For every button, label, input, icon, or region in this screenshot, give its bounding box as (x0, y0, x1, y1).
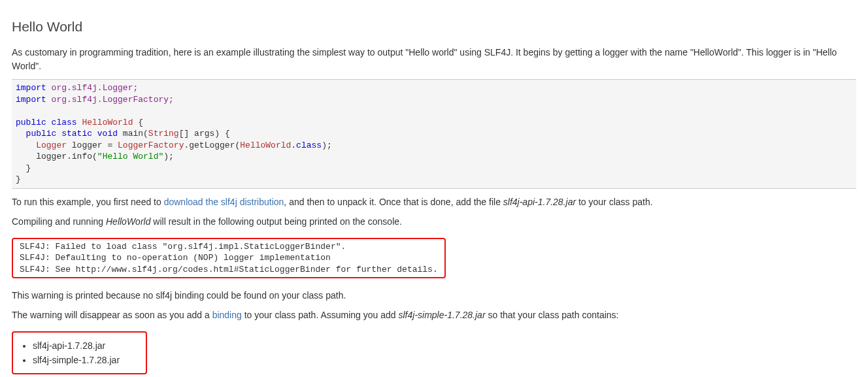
code-cls: HelloWorld (240, 140, 291, 150)
code-text: { (133, 118, 143, 127)
jar-list: slf4j-api-1.7.28.jar slf4j-simple-1.7.28… (33, 339, 120, 367)
code-kw: class (296, 140, 322, 150)
code-kw: import (16, 95, 46, 105)
code-text: .getLogger( (184, 140, 240, 150)
code-text: ( (143, 129, 148, 139)
binding-link[interactable]: binding (212, 310, 242, 320)
classname: HelloWorld (106, 216, 150, 227)
code-pkg: org.slf4j.LoggerFactory; (46, 95, 174, 105)
code-kw: public static void (16, 129, 123, 139)
console-output-warning: SLF4J: Failed to load class "org.slf4j.i… (12, 238, 446, 279)
download-link[interactable]: download the slf4j distribution (164, 197, 284, 207)
code-text: logger = (67, 140, 118, 150)
code-kw: import (16, 83, 46, 93)
text: To run this example, you first need to (12, 197, 164, 207)
code-text: main (123, 129, 143, 139)
text: so that your class path contains: (486, 310, 619, 320)
code-kw: public class (16, 118, 82, 127)
text: will result in the following output bein… (150, 216, 401, 227)
jar-name: slf4j-api-1.7.28.jar (503, 197, 576, 207)
warning-fix-paragraph: The warning will disappear as soon as yo… (12, 308, 856, 321)
code-block-helloworld: import org.slf4j.Logger; import org.slf4… (12, 79, 856, 189)
code-text: } (16, 163, 31, 173)
compile-paragraph-1: Compiling and running HelloWorld will re… (12, 215, 856, 228)
warning-reason: This warning is printed because no slf4j… (12, 289, 856, 302)
code-text: [] args) { (179, 129, 230, 139)
list-item: slf4j-api-1.7.28.jar (33, 339, 120, 352)
code-cls: LoggerFactory (118, 140, 184, 150)
section-title-hello-world: Hello World (12, 17, 856, 37)
text: to your class path. (576, 197, 653, 207)
code-cls: String (148, 129, 179, 139)
code-text: } (16, 174, 21, 184)
text: to your class path. Assuming you add (242, 310, 399, 320)
text: The warning will disappear as soon as yo… (12, 310, 212, 320)
list-item: slf4j-simple-1.7.28.jar (33, 353, 120, 367)
text: Compiling and running (12, 216, 106, 227)
text: , and then to unpack it. Once that is do… (284, 197, 503, 207)
code-text: logger.info( (16, 152, 97, 161)
code-text: ); (163, 152, 174, 161)
jar-list-box: slf4j-api-1.7.28.jar slf4j-simple-1.7.28… (12, 331, 147, 375)
code-cls: HelloWorld (82, 118, 133, 127)
code-text: . (291, 140, 296, 150)
intro-paragraph: As customary in programming tradition, h… (12, 46, 856, 73)
code-text: ); (322, 140, 332, 150)
run-paragraph: To run this example, you first need to d… (12, 195, 856, 208)
code-cls: Logger (16, 140, 67, 150)
code-str: "Hello World" (97, 152, 163, 161)
jar-name: slf4j-simple-1.7.28.jar (399, 310, 486, 320)
code-pkg: org.slf4j.Logger; (46, 83, 138, 93)
